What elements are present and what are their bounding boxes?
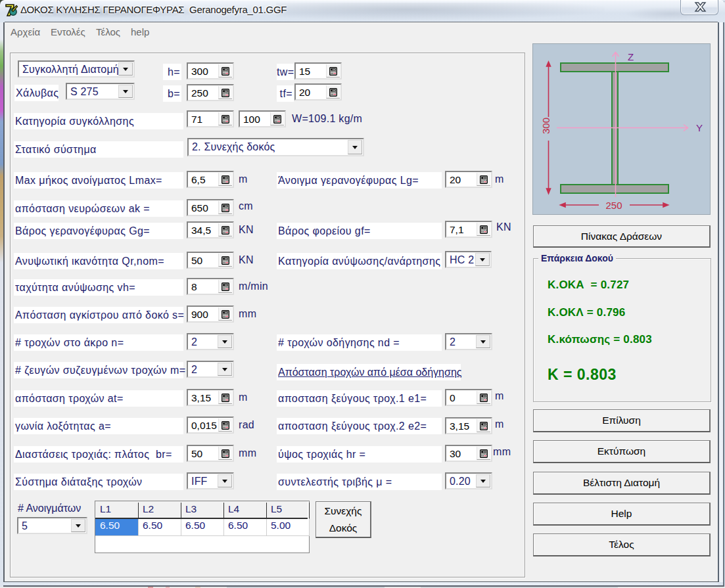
svg-text:300: 300 <box>540 118 551 134</box>
svg-text:Z: Z <box>628 51 634 62</box>
svg-text:Y: Y <box>696 122 703 133</box>
svg-text:250: 250 <box>605 200 622 211</box>
